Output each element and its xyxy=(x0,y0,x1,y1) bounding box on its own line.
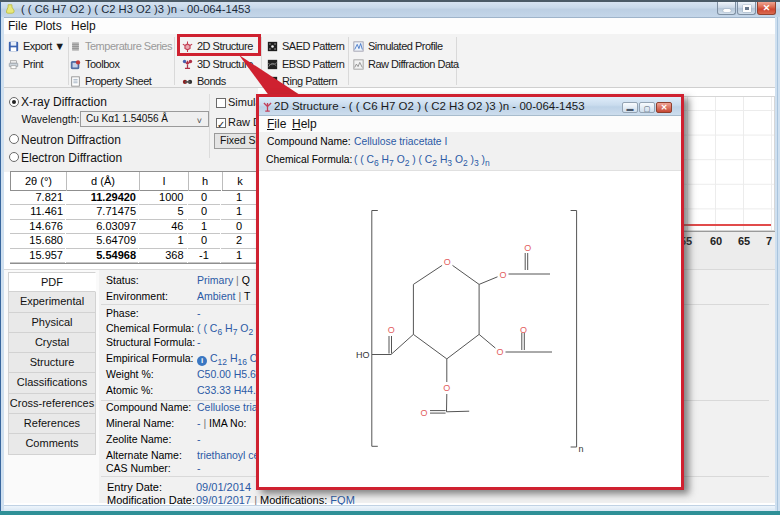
svg-text:n: n xyxy=(579,444,584,454)
svg-text:O: O xyxy=(444,257,451,267)
svg-text:O: O xyxy=(443,383,450,393)
svg-text:O: O xyxy=(496,347,503,357)
svg-text:O: O xyxy=(499,270,506,280)
svg-text:O: O xyxy=(388,325,395,335)
svg-text:O: O xyxy=(524,243,531,253)
svg-text:O: O xyxy=(520,325,527,335)
svg-text:HO: HO xyxy=(356,350,370,360)
svg-text:O: O xyxy=(420,408,427,418)
